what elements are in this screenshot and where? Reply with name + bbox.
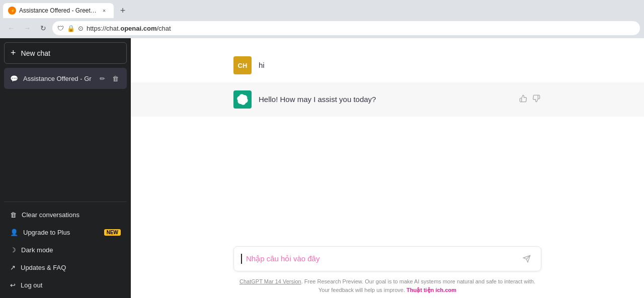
browser-chrome: ⚡ Assistance Offered - Greeting. × + ← →… <box>0 0 644 38</box>
darkmode-label: Dark mode <box>21 246 53 254</box>
logout-label: Log out <box>21 281 42 289</box>
watermark: Thuật tiện ích.com <box>407 287 456 293</box>
new-chat-label: New chat <box>21 49 50 57</box>
shield-icon: 🛡 <box>57 25 64 32</box>
user-avatar: CH <box>233 56 252 74</box>
assistant-message-content: Hello! How may I assist you today? <box>259 90 511 106</box>
chat-list: 💬 Assistance Offered - Gr ✏ 🗑 <box>4 68 127 197</box>
chat-input-box[interactable]: Nhập câu hỏi vào đây <box>233 246 541 271</box>
sidebar-divider <box>4 202 127 202</box>
address-bar: ← → ↻ 🛡 🔒 ⊙ https://chat.openai.com/chat <box>0 18 644 38</box>
user-message-row: CH hi <box>131 48 644 82</box>
edit-chat-button[interactable]: ✏ <box>97 73 108 84</box>
tracking-icon: ⊙ <box>78 25 84 32</box>
sidebar-item-faq[interactable]: ↗ Updates & FAQ <box>4 259 127 276</box>
new-badge: NEW <box>104 229 121 236</box>
url-bar[interactable]: 🛡 🔒 ⊙ https://chat.openai.com/chat <box>52 21 640 35</box>
refresh-button[interactable]: ↻ <box>36 21 50 35</box>
input-placeholder-text: Nhập câu hỏi vào đây <box>246 254 516 263</box>
sidebar-item-clear[interactable]: 🗑 Clear conversations <box>4 206 127 224</box>
user-message-content: hi <box>259 56 541 71</box>
sidebar-item-logout[interactable]: ↩ Log out <box>4 276 127 294</box>
logout-icon: ↩ <box>10 281 16 289</box>
lock-icon: 🔒 <box>67 25 75 32</box>
sidebar-bottom-menu: 🗑 Clear conversations 👤 Upgrade to Plus … <box>4 206 127 294</box>
forward-button[interactable]: → <box>20 21 34 35</box>
footer-text: ChatGPT Mar 14 Version. Free Research Pr… <box>131 275 644 298</box>
tab-title: Assistance Offered - Greeting. <box>19 7 97 14</box>
tab-close-button[interactable]: × <box>100 6 109 15</box>
input-area: Nhập câu hỏi vào đây <box>131 240 644 275</box>
sidebar-item-darkmode[interactable]: ☽ Dark mode <box>4 241 127 259</box>
new-tab-button[interactable]: + <box>116 4 130 18</box>
message-feedback <box>518 90 541 104</box>
chat-list-item[interactable]: 💬 Assistance Offered - Gr ✏ 🗑 <box>4 68 127 89</box>
tab-bar: ⚡ Assistance Offered - Greeting. × + <box>0 0 644 18</box>
plus-icon: + <box>11 48 16 58</box>
faq-label: Updates & FAQ <box>21 264 66 271</box>
main-content: CH hi Hello! How may I assist you today? <box>131 38 644 298</box>
svg-text:⚡: ⚡ <box>11 9 15 13</box>
chat-bubble-icon: 💬 <box>10 75 18 82</box>
chat-item-title: Assistance Offered - Gr <box>23 75 92 82</box>
text-cursor <box>241 254 242 264</box>
app: + New chat 💬 Assistance Offered - Gr ✏ 🗑… <box>0 38 644 298</box>
clear-conversations-label: Clear conversations <box>22 211 79 219</box>
thumbs-down-button[interactable] <box>531 93 541 104</box>
delete-chat-button[interactable]: 🗑 <box>110 73 121 84</box>
send-button[interactable] <box>520 252 534 266</box>
upgrade-label: Upgrade to Plus <box>23 229 70 236</box>
moon-icon: ☽ <box>10 246 16 254</box>
url-text: https://chat.openai.com/chat <box>87 25 171 32</box>
back-button[interactable]: ← <box>4 21 18 35</box>
chat-messages: CH hi Hello! How may I assist you today? <box>131 38 644 240</box>
sidebar-item-upgrade[interactable]: 👤 Upgrade to Plus NEW <box>4 224 127 241</box>
sidebar: + New chat 💬 Assistance Offered - Gr ✏ 🗑… <box>0 38 131 298</box>
thumbs-up-button[interactable] <box>518 93 528 104</box>
assistant-message-row: Hello! How may I assist you today? <box>131 82 644 117</box>
bot-avatar <box>233 90 252 109</box>
trash-icon: 🗑 <box>10 211 17 219</box>
new-chat-button[interactable]: + New chat <box>4 42 127 64</box>
tab-favicon: ⚡ <box>8 7 16 15</box>
external-icon: ↗ <box>10 264 16 271</box>
active-tab[interactable]: ⚡ Assistance Offered - Greeting. × <box>3 3 114 18</box>
chat-item-actions: ✏ 🗑 <box>97 73 121 84</box>
chatgpt-version-link[interactable]: ChatGPT Mar 14 Version <box>239 278 301 284</box>
person-icon: 👤 <box>10 229 18 236</box>
